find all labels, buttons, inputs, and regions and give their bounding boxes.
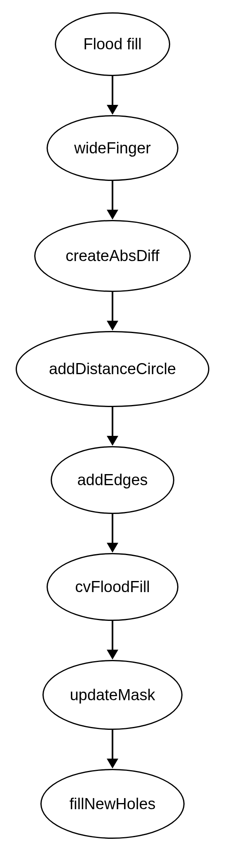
flowchart-arrow: [107, 621, 118, 660]
arrow-line: [112, 76, 113, 105]
flowchart-arrow: [107, 407, 118, 446]
flowchart-arrow: [107, 76, 118, 115]
arrow-head-icon: [107, 543, 118, 553]
flowchart-node: Flood fill: [55, 12, 170, 76]
arrow-line: [112, 730, 113, 759]
arrow-line: [112, 407, 113, 436]
flowchart-arrow: [107, 292, 118, 331]
flowchart-node: fillNewHoles: [40, 769, 185, 839]
arrow-head-icon: [107, 759, 118, 768]
node-label: addDistanceCircle: [49, 360, 176, 378]
flowchart-node: cvFloodFill: [47, 553, 178, 621]
flowchart-node: addEdges: [51, 446, 174, 514]
arrow-line: [112, 292, 113, 321]
arrow-line: [112, 621, 113, 650]
flowchart-arrow: [107, 730, 118, 769]
arrow-head-icon: [107, 321, 118, 331]
flowchart-node: addDistanceCircle: [16, 331, 209, 407]
arrow-head-icon: [107, 105, 118, 115]
flowchart-arrow: [107, 181, 118, 220]
node-label: updateMask: [70, 686, 155, 704]
flowchart-node: wideFinger: [47, 115, 178, 181]
arrow-head-icon: [107, 436, 118, 446]
node-label: fillNewHoles: [69, 795, 155, 813]
arrow-head-icon: [107, 210, 118, 220]
node-label: cvFloodFill: [75, 578, 150, 596]
flowchart-node: createAbsDiff: [34, 220, 191, 292]
node-label: createAbsDiff: [66, 247, 159, 265]
flowchart-node: updateMask: [42, 660, 183, 730]
arrow-line: [112, 181, 113, 210]
arrow-line: [112, 514, 113, 543]
node-label: wideFinger: [74, 139, 151, 157]
flowchart-container: Flood fill wideFinger createAbsDiff addD…: [0, 0, 225, 839]
node-label: addEdges: [77, 471, 148, 489]
node-label: Flood fill: [83, 35, 142, 53]
flowchart-arrow: [107, 514, 118, 553]
arrow-head-icon: [107, 650, 118, 660]
